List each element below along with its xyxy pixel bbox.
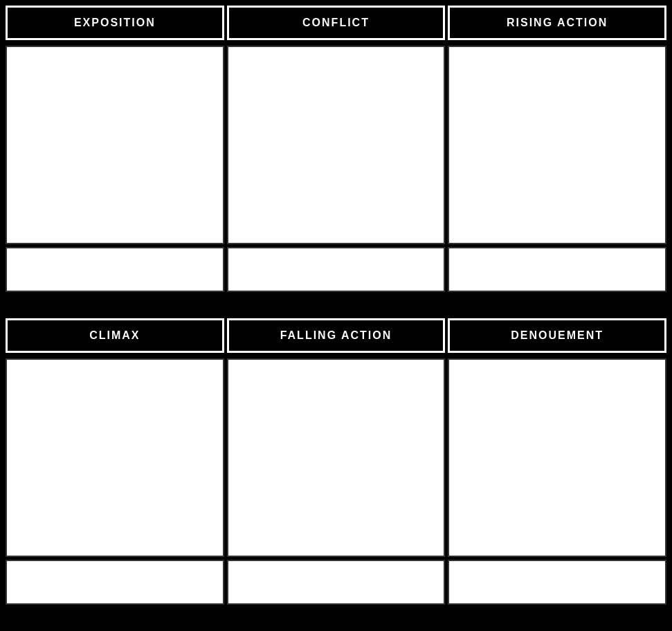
header-conflict-label: CONFLICT — [302, 17, 370, 29]
header-falling-action: FALLING ACTION — [227, 318, 446, 353]
climax-small-cell[interactable] — [6, 560, 224, 605]
header-denouement-label: DENOUEMENT — [511, 329, 603, 342]
climax-large-cell[interactable] — [6, 358, 224, 557]
denouement-small-cell[interactable] — [448, 560, 666, 605]
header-falling-action-label: FALLING ACTION — [280, 329, 392, 342]
header-climax: CLIMAX — [6, 318, 224, 353]
conflict-large-cell[interactable] — [227, 46, 446, 244]
bottom-section: CLIMAX FALLING ACTION DENOUEMENT — [6, 318, 666, 625]
rising-action-small-cell[interactable] — [448, 247, 666, 292]
top-small-cells — [6, 247, 666, 313]
falling-action-small-cell[interactable] — [227, 560, 446, 605]
header-rising-action-label: RISING ACTION — [507, 17, 608, 29]
falling-action-large-cell[interactable] — [227, 358, 446, 557]
top-header-row: EXPOSITION CONFLICT RISING ACTION — [6, 6, 666, 40]
header-climax-label: CLIMAX — [89, 329, 140, 342]
bottom-small-cells — [6, 560, 666, 626]
header-denouement: DENOUEMENT — [448, 318, 666, 353]
conflict-small-cell[interactable] — [227, 247, 446, 292]
header-exposition-label: EXPOSITION — [74, 17, 156, 29]
rising-action-large-cell[interactable] — [448, 46, 666, 244]
exposition-small-cell[interactable] — [6, 247, 224, 292]
top-large-cells — [6, 46, 666, 244]
top-section: EXPOSITION CONFLICT RISING ACTION — [6, 6, 666, 313]
header-rising-action: RISING ACTION — [448, 6, 666, 40]
denouement-large-cell[interactable] — [448, 358, 666, 557]
header-exposition: EXPOSITION — [6, 6, 224, 40]
bottom-large-cells — [6, 358, 666, 557]
exposition-large-cell[interactable] — [6, 46, 224, 244]
bottom-header-row: CLIMAX FALLING ACTION DENOUEMENT — [6, 318, 666, 353]
header-conflict: CONFLICT — [227, 6, 446, 40]
